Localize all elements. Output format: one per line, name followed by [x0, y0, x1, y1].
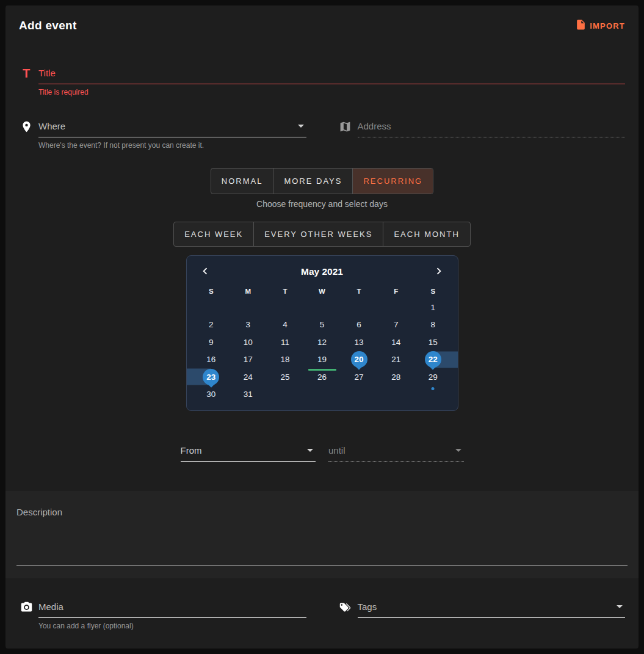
event-type-tabs: NORMAL MORE DAYS RECURRING Choose freque… [5, 168, 639, 209]
camera-icon [19, 601, 34, 616]
tab-each-month[interactable]: EACH MONTH [383, 222, 469, 246]
calendar-day[interactable]: 2 [193, 316, 230, 334]
chevron-right-icon [432, 264, 446, 280]
title-field-row: T Title Title is required [19, 67, 625, 96]
calendar-day[interactable]: 30 [193, 386, 230, 404]
add-event-card: Add event IMPORT T Title Title is requir… [5, 5, 639, 649]
title-placeholder: Title [38, 68, 56, 78]
from-placeholder: From [181, 445, 202, 456]
title-input[interactable]: Title [38, 67, 625, 84]
calendar-day[interactable]: 3 [230, 316, 267, 334]
calendar-day[interactable]: 22 [414, 351, 452, 369]
frequency-tabs: EACH WEEK EVERY OTHER WEEKS EACH MONTH [5, 222, 639, 247]
calendar-week-row: 16171819202122 [193, 351, 452, 369]
calendar-weekday-row: SMTWTFS [193, 284, 452, 299]
chevron-down-icon [307, 449, 313, 452]
calendar-day[interactable]: 19 [303, 351, 341, 369]
calendar-next-button[interactable] [430, 263, 447, 280]
calendar-day[interactable]: 9 [193, 333, 230, 351]
calendar-weekday-label: S [193, 284, 230, 299]
import-button[interactable]: IMPORT [575, 19, 625, 32]
tags-icon [338, 601, 353, 616]
map-icon [338, 120, 353, 136]
tab-each-week[interactable]: EACH WEEK [174, 222, 253, 246]
calendar-day-empty [341, 386, 378, 404]
chevron-down-icon [455, 449, 461, 452]
from-time-select[interactable]: From [181, 444, 316, 462]
calendar-day[interactable]: 4 [267, 316, 304, 334]
calendar-day[interactable]: 31 [230, 386, 267, 404]
time-row: From until [181, 444, 464, 462]
calendar-day[interactable]: 1 [414, 299, 452, 316]
description-placeholder: Description [16, 507, 628, 517]
where-select[interactable]: Where [38, 120, 306, 137]
calendar-day[interactable]: 21 [377, 351, 414, 369]
calendar-day-empty [230, 299, 267, 316]
where-placeholder: Where [38, 121, 65, 131]
calendar: May 2021 SMTWTFS 12345678910111213141516… [186, 255, 458, 411]
calendar-day[interactable]: 18 [267, 351, 304, 369]
media-input[interactable]: Media [38, 600, 306, 618]
address-input: Address [358, 120, 626, 137]
until-placeholder: until [328, 445, 346, 456]
calendar-week-row: 1 [193, 299, 452, 316]
tags-field-row: Tags [338, 600, 626, 630]
calendar-day-empty [267, 386, 304, 404]
calendar-weekday-label: S [414, 284, 452, 299]
calendar-day[interactable]: 16 [193, 351, 230, 369]
calendar-day-empty [303, 299, 341, 316]
calendar-day[interactable]: 6 [341, 316, 378, 334]
calendar-day[interactable]: 7 [377, 316, 414, 334]
calendar-day[interactable]: 15 [414, 333, 452, 351]
calendar-day[interactable]: 29 [414, 368, 452, 386]
calendar-day-empty [303, 386, 341, 404]
map-marker-icon [19, 120, 34, 136]
calendar-prev-button[interactable] [197, 263, 214, 280]
tags-select[interactable]: Tags [358, 600, 626, 618]
calendar-day[interactable]: 8 [414, 316, 452, 334]
where-hint: Where's the event? If not present you ca… [38, 141, 306, 150]
until-time-select: until [328, 444, 464, 462]
calendar-weekday-label: M [230, 284, 267, 299]
tab-every-other-weeks[interactable]: EVERY OTHER WEEKS [253, 222, 383, 246]
chevron-left-icon [198, 264, 212, 280]
calendar-day[interactable]: 25 [267, 368, 304, 386]
calendar-week-row: 9101112131415 [193, 333, 452, 351]
calendar-week-row: 3031 [193, 386, 452, 404]
calendar-day[interactable]: 5 [303, 316, 341, 334]
media-hint: You can add a flyer (optional) [38, 622, 306, 630]
calendar-day[interactable]: 17 [230, 351, 267, 369]
where-address-row: Where Where's the event? If not present … [19, 120, 625, 150]
calendar-day[interactable]: 28 [377, 368, 414, 386]
description-editor[interactable]: Description [5, 491, 639, 578]
calendar-day[interactable]: 14 [377, 333, 414, 351]
calendar-week-row: 23242526272829 [193, 368, 452, 386]
tab-normal[interactable]: NORMAL [211, 169, 273, 194]
file-import-icon [575, 19, 587, 32]
page-title: Add event [19, 19, 77, 32]
tab-recurring[interactable]: RECURRING [352, 169, 433, 194]
tags-placeholder: Tags [358, 601, 377, 612]
where-field-row: Where Where's the event? If not present … [19, 120, 306, 150]
calendar-day[interactable]: 24 [230, 368, 267, 386]
calendar-day[interactable]: 20 [341, 351, 378, 369]
calendar-day-empty [341, 299, 378, 316]
import-label: IMPORT [590, 21, 625, 31]
calendar-day[interactable]: 13 [341, 333, 378, 351]
calendar-weekday-label: F [377, 284, 414, 299]
calendar-day[interactable]: 12 [303, 333, 341, 351]
media-placeholder: Media [38, 601, 63, 612]
tab-more-days[interactable]: MORE DAYS [273, 169, 352, 194]
calendar-day[interactable]: 11 [267, 333, 304, 351]
calendar-weekday-label: T [267, 284, 304, 299]
calendar-day[interactable]: 10 [230, 333, 267, 351]
media-field-row: Media You can add a flyer (optional) [19, 600, 306, 630]
calendar-day[interactable]: 23 [193, 368, 230, 386]
title-format-icon: T [19, 67, 34, 80]
calendar-day[interactable]: 26 [303, 368, 341, 386]
calendar-week-row: 2345678 [193, 316, 452, 334]
footer-actions: SEND [5, 630, 639, 649]
calendar-day-empty [377, 386, 414, 404]
calendar-day[interactable]: 27 [341, 368, 378, 386]
calendar-day-empty [267, 299, 304, 316]
